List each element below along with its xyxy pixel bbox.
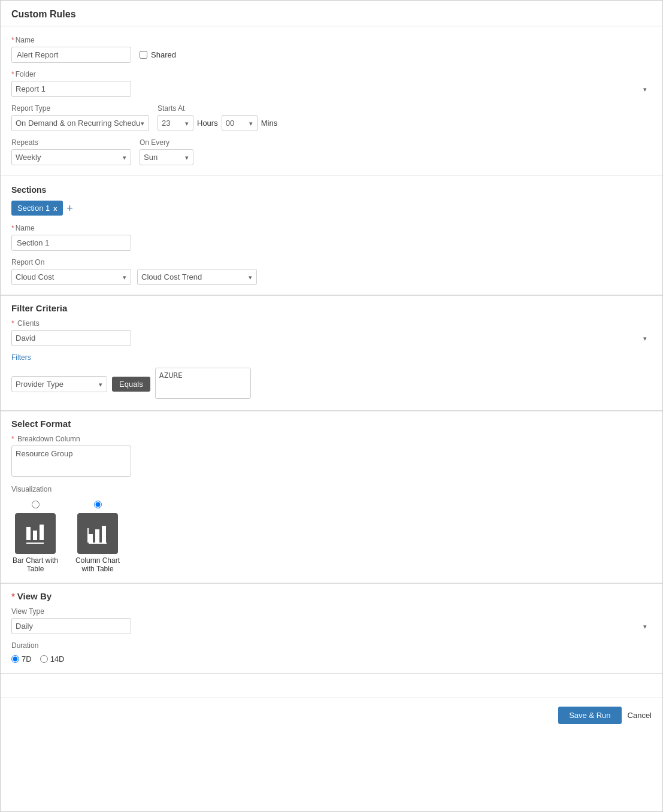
view-type-select[interactable]: Daily [11, 618, 131, 634]
visualization-label: Visualization [11, 485, 652, 493]
viz-option-column: Column Chart with Table [74, 501, 122, 573]
duration-7d-label: 7D [22, 655, 32, 663]
viz-radio-bar[interactable] [32, 501, 40, 508]
view-type-label: View Type [11, 607, 652, 616]
sections-block: Sections Section 1 x + *Name Report On C… [1, 175, 662, 295]
column-chart-icon-box[interactable] [77, 513, 118, 554]
equals-button[interactable]: Equals [112, 377, 150, 392]
add-section-button[interactable]: + [66, 203, 73, 214]
tabs-row: Section 1 x + [11, 201, 652, 216]
visualization-col: Visualization [11, 485, 652, 573]
cancel-button[interactable]: Cancel [628, 711, 652, 720]
section-tab-1[interactable]: Section 1 x [11, 201, 63, 216]
report-on-sub-select[interactable]: Cloud Cost Trend [137, 269, 257, 285]
on-every-label: On Every [140, 138, 193, 147]
format-block: * Breakdown Column Resource Group Visual… [1, 429, 662, 583]
footer: Save & Run Cancel [1, 698, 662, 732]
view-by-section: * View By View Type Daily Duration 7 [1, 583, 662, 674]
save-run-button[interactable]: Save & Run [558, 707, 621, 724]
shared-checkbox[interactable] [140, 51, 147, 59]
section-tab-1-close[interactable]: x [53, 205, 57, 212]
report-type-select[interactable]: On Demand & on Recurring Schedu [11, 115, 149, 131]
svg-rect-3 [26, 543, 44, 544]
spacer [1, 674, 662, 698]
report-on-selects: Cloud Cost Cloud Cost Trend [11, 269, 652, 285]
clients-select-wrapper: David [11, 330, 652, 346]
duration-options: 7D 14D [11, 655, 652, 663]
filter-field-select[interactable]: Provider Type [11, 376, 107, 392]
select-format-title: Select Format [1, 411, 662, 429]
viz-radio-column-row [94, 501, 102, 508]
filter-field-select-wrapper: Provider Type [11, 376, 107, 392]
name-input[interactable] [11, 47, 131, 63]
duration-label: Duration [11, 641, 652, 650]
svg-rect-1 [33, 531, 37, 540]
report-on-sub-select-wrapper: Cloud Cost Trend [137, 269, 257, 285]
duration-7d-radio[interactable] [11, 655, 19, 663]
starts-at-controls: 23 Hours 00 Mins [158, 115, 277, 131]
view-by-block: View Type Daily Duration 7D [1, 601, 662, 674]
duration-14d-radio[interactable] [40, 655, 48, 663]
bar-chart-svg [24, 522, 47, 545]
repeats-select[interactable]: Weekly [11, 149, 131, 165]
azure-multiselect[interactable]: AZURE [155, 368, 251, 399]
report-on-label: Report On [11, 258, 652, 266]
breakdown-label: * Breakdown Column [11, 435, 652, 443]
clients-select[interactable]: David [11, 330, 131, 346]
section-tab-1-label: Section 1 [17, 204, 50, 213]
view-by-title: View By [17, 591, 52, 601]
report-on-select[interactable]: Cloud Cost [11, 269, 131, 285]
folder-select[interactable]: Report 1 [11, 81, 131, 97]
mins-select[interactable]: 00 [222, 115, 258, 131]
svg-rect-4 [89, 534, 93, 543]
hours-select[interactable]: 23 [158, 115, 193, 131]
report-type-col: Report Type On Demand & on Recurring Sch… [11, 104, 149, 131]
folder-field-col: *Folder Report 1 [11, 70, 652, 97]
filter-row: Provider Type Equals AZURE [11, 368, 652, 401]
breakdown-select-wrapper: Resource Group [11, 446, 652, 477]
svg-rect-0 [26, 527, 31, 540]
filter-block: * Clients David Filters Provider Type [1, 313, 662, 411]
svg-rect-8 [89, 543, 107, 544]
view-by-header: * View By [1, 583, 662, 601]
repeats-label: Repeats [11, 138, 131, 147]
name-field-col: *Name [11, 36, 131, 63]
viz-radio-column[interactable] [94, 501, 102, 508]
viz-radio-bar-row [32, 501, 40, 508]
top-form-section: *Name Shared *Folder Report 1 Rep [1, 26, 662, 175]
section-name-input[interactable] [11, 235, 131, 251]
select-format-section: Select Format * Breakdown Column Resourc… [1, 411, 662, 583]
sections-title: Sections [11, 185, 652, 195]
bar-chart-icon-box[interactable] [15, 513, 56, 554]
bar-chart-label: Bar Chart with Table [11, 556, 59, 573]
duration-col: Duration 7D 14D [11, 641, 652, 663]
clients-label: * Clients [11, 319, 652, 328]
folder-label: *Folder [11, 70, 652, 78]
section-name-col: *Name [11, 224, 652, 251]
svg-rect-6 [102, 526, 106, 543]
name-label: *Name [11, 36, 131, 44]
duration-7d-row: 7D [11, 655, 32, 663]
azure-multiselect-wrapper: AZURE [155, 368, 251, 401]
mins-select-wrapper: 00 [222, 115, 258, 131]
view-type-col: View Type Daily [11, 607, 652, 634]
mins-label: Mins [261, 119, 277, 128]
viz-option-bar: Bar Chart with Table [11, 501, 59, 573]
svg-rect-7 [87, 528, 89, 543]
starts-at-col: Starts At 23 Hours 00 Mins [158, 104, 277, 131]
on-every-col: On Every Sun [140, 138, 193, 165]
breakdown-select[interactable]: Resource Group [11, 446, 131, 477]
view-by-required-star: * [11, 591, 15, 601]
filter-criteria-section: Filter Criteria * Clients David Filters [1, 295, 662, 411]
svg-rect-2 [40, 525, 44, 540]
duration-14d-row: 14D [40, 655, 65, 663]
report-on-col: Report On Cloud Cost Cloud Cost Trend [11, 258, 652, 285]
on-every-select[interactable]: Sun [140, 149, 193, 165]
page-wrapper: Custom Rules *Name Shared *Folder Rep [0, 0, 663, 812]
view-type-select-wrapper: Daily [11, 618, 652, 634]
duration-14d-label: 14D [50, 655, 65, 663]
shared-label: Shared [151, 50, 176, 59]
page-title: Custom Rules [1, 1, 662, 26]
column-chart-label: Column Chart with Table [74, 556, 122, 573]
clients-col: * Clients David [11, 319, 652, 346]
